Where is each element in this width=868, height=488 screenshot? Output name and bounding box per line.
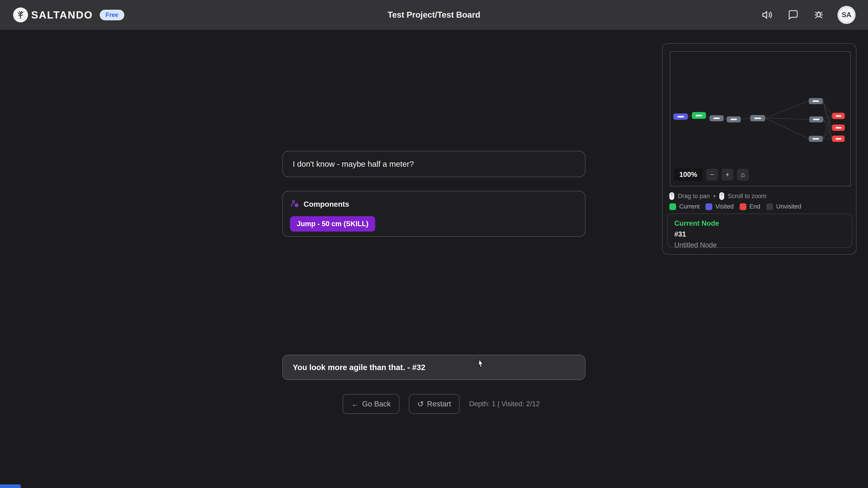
app-page: SALTANDO Free Test Project/Test Board [0, 0, 868, 488]
minimap-node-unvisited[interactable] [727, 116, 741, 123]
restart-icon: ↺ [417, 400, 424, 408]
question-text: I don't know - maybe half a meter? [293, 160, 414, 168]
tree-logo-icon [13, 7, 28, 22]
board-title: Test Project/Test Board [388, 10, 480, 20]
restart-button[interactable]: ↺ Restart [409, 394, 460, 414]
minimap-node-unvisited[interactable] [809, 98, 823, 104]
components-box: Components Jump - 50 cm (SKILL) [282, 191, 585, 237]
fit-view-button[interactable]: ⌂ [737, 169, 749, 181]
legend-end: End [740, 203, 761, 210]
minimap-legend: Current Visited End Unvisited [669, 203, 801, 210]
brand-name: SALTANDO [31, 9, 93, 21]
brand[interactable]: SALTANDO Free [13, 7, 124, 22]
minimap-panel: 100% − + ⌂ Drag to pan • Scroll to zoom … [662, 43, 857, 255]
go-back-label: Go Back [362, 400, 391, 408]
dev-indicator-strip [0, 484, 21, 488]
answer-text: You look more agile than that. - #32 [293, 363, 426, 372]
minimap-node-end[interactable] [832, 135, 845, 142]
current-node-name: Untitled Node [674, 241, 845, 249]
user-avatar[interactable]: SA [838, 6, 855, 23]
minimap-node-visited[interactable] [673, 113, 688, 120]
go-back-button[interactable]: ← Go Back [343, 394, 399, 414]
components-icon [290, 199, 300, 209]
question-box: I don't know - maybe half a meter? [282, 151, 585, 177]
legend-visited: Visited [706, 203, 734, 210]
hint-separator: • [713, 193, 715, 200]
end-swatch [740, 203, 746, 210]
legend-current: Current [669, 203, 700, 210]
plan-badge: Free [100, 10, 124, 20]
header-actions: SA [761, 6, 855, 23]
zoom-level-label: 100% [674, 168, 703, 181]
answer-option-button[interactable]: You look more agile than that. - #32 [282, 355, 585, 380]
depth-visited-status: Depth: 1 | Visited: 2/12 [469, 400, 540, 408]
minimap-node-unvisited[interactable] [710, 115, 723, 121]
avatar-initials: SA [842, 11, 851, 19]
zoom-in-button[interactable]: + [721, 169, 733, 181]
flow-controls: ← Go Back ↺ Restart Depth: 1 | Visited: … [343, 394, 540, 414]
arrow-left-icon: ← [351, 400, 359, 408]
minimap-node-end[interactable] [832, 125, 845, 131]
minimap-node-unvisited[interactable] [750, 115, 765, 121]
drag-hint: Drag to pan [678, 193, 710, 200]
current-node-id: #31 [674, 230, 845, 238]
current-node-title: Current Node [674, 219, 845, 228]
minimap-node-unvisited[interactable] [809, 136, 823, 142]
unvisited-swatch [766, 203, 773, 210]
mouse-icon [719, 192, 724, 200]
minimap-hints: Drag to pan • Scroll to zoom [669, 192, 767, 200]
chat-icon[interactable] [786, 8, 799, 21]
minimap-node-unvisited[interactable] [809, 116, 823, 123]
current-swatch [669, 203, 676, 210]
component-chip-skill[interactable]: Jump - 50 cm (SKILL) [290, 216, 375, 232]
scroll-hint: Scroll to zoom [728, 193, 767, 200]
minimap-node-end[interactable] [832, 113, 845, 119]
restart-label: Restart [427, 400, 451, 408]
minimap-canvas[interactable]: 100% − + ⌂ [670, 51, 851, 186]
top-navbar: SALTANDO Free Test Project/Test Board [0, 0, 868, 30]
legend-unvisited: Unvisited [766, 203, 801, 210]
current-node-card: Current Node #31 Untitled Node [667, 214, 852, 248]
minimap-controls: 100% − + ⌂ [674, 168, 749, 181]
components-label: Components [304, 200, 349, 208]
zoom-out-button[interactable]: − [706, 169, 718, 181]
bug-icon[interactable] [812, 8, 825, 21]
mouse-icon [669, 192, 674, 200]
minimap-node-current[interactable] [692, 112, 706, 119]
visited-swatch [706, 203, 712, 210]
volume-icon[interactable] [761, 8, 774, 21]
